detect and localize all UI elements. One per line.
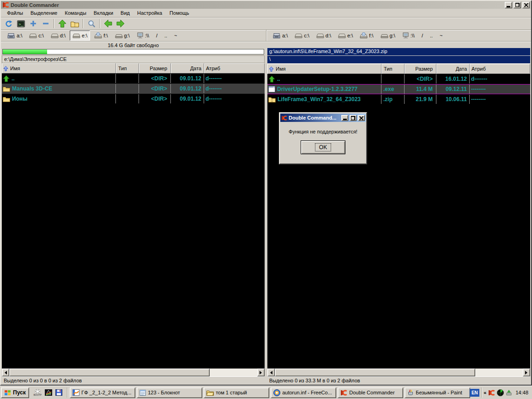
refresh-button[interactable] [2,18,14,29]
scroll-right-button[interactable] [523,369,530,376]
drive-bars: a:\c:\d:\e:\f:\g:\:\\/..~ a:\c:\d:\e:\f:… [1,30,531,42]
column-header-0[interactable]: Имя [267,64,381,74]
right-path-bar[interactable]: \ [267,56,530,63]
task-button-notepad[interactable]: 123 - Блокнот [137,387,202,398]
scroll-thumb[interactable] [275,369,475,376]
task-button-double-commander[interactable]: Double Commander [338,387,403,398]
quick-launch-save[interactable] [55,389,62,396]
removable-drive-icon [115,33,123,39]
column-header-0[interactable]: Имя [2,63,116,73]
drive-button-e[interactable]: e:\ [70,30,90,41]
drive-button-/[interactable]: / [153,30,160,41]
column-header-2[interactable]: Размер [139,63,171,73]
file-row[interactable]: Manuals 3D-CE<DIR>09.01.12d------- [2,84,265,94]
minimize-button[interactable] [505,2,512,8]
drive-button-..[interactable]: .. [162,30,170,41]
drive-button-g[interactable]: g:\ [112,30,133,41]
sort-asc-icon [269,66,274,72]
column-header-1[interactable]: Тип [381,64,405,74]
left-panel: 16.4 G байт свободно e:\Дима\Электрофоре… [2,42,265,385]
menu-item-0[interactable]: Файлы [3,9,27,17]
task-button-paint[interactable]: Безымянный - Paint [405,387,470,398]
scroll-right-button[interactable] [257,369,265,376]
right-status-bar: Выделено 0 из 33.3 M в 0 из 2 файлов [267,376,530,385]
remove-button[interactable] [40,18,52,29]
tray-chevron[interactable]: « [484,390,486,395]
drive-button-c[interactable]: c:\ [26,30,47,41]
dialog-title-bar[interactable]: Double Command... [280,114,366,122]
file-row[interactable]: Ионы<DIR>09.01.12d------- [2,94,265,104]
task-button-freecommander[interactable]: autorun.inf - FreeCo... [271,387,336,398]
column-header-3[interactable]: Дата [171,63,204,73]
menu-item-2[interactable]: Команды [61,9,90,17]
drive-button-[interactable]: :\\ [134,30,152,41]
column-header-3[interactable]: Дата [436,64,470,74]
file-row[interactable]: LifeFrame3_Win7_32_64_Z3023.zip21.9 M10.… [267,94,530,104]
title-bar[interactable]: Double Commander [1,1,531,9]
file-row[interactable]: ..<DIR>09.01.12d------- [2,73,265,84]
menu-item-3[interactable]: Вкладки [90,9,117,17]
left-horizontal-scrollbar[interactable] [2,369,265,376]
dialog-close-button[interactable] [358,115,365,121]
drive-button-a[interactable]: a:\ [270,30,290,41]
dialog-maximize-button[interactable] [350,115,357,121]
drive-button-a[interactable]: a:\ [5,30,25,41]
pack-button[interactable] [69,18,81,29]
drive-button-[interactable]: :\\ [399,30,417,41]
terminal-button[interactable]: >_ [15,18,27,29]
archive-path-bar[interactable]: g:\autorun.inf\S\LifeFrame3_Win7_32_64_Z… [267,48,530,55]
drive-button-~[interactable]: ~ [437,30,445,41]
antivirus-radar-tray-icon[interactable] [497,389,504,396]
drive-button-d[interactable]: d:\ [314,30,334,41]
message-dialog: Double Command... Функция не поддерживае… [279,112,367,164]
column-header-4[interactable]: Атриб [204,63,265,73]
start-button[interactable]: Пуск [1,387,29,398]
quick-launch-bootp[interactable]: BOOTP [34,389,42,396]
forward-button[interactable] [115,18,127,29]
free-space-bar [2,49,264,54]
menu-item-6[interactable]: Помощь [166,9,193,17]
right-horizontal-scrollbar[interactable] [267,369,530,376]
file-row[interactable]: DriverUpdaterSetup-1.2.3.2277.exe11.4 M0… [267,84,530,94]
search-button[interactable] [85,18,97,29]
task-button-gf-doc[interactable]: ГФ _2_1-2_2 Метод... [70,387,135,398]
drive-button-~[interactable]: ~ [171,30,180,41]
back-button[interactable] [102,18,114,29]
scroll-left-button[interactable] [2,369,9,376]
hard-drive-icon [51,33,59,39]
task-button-folder-open[interactable]: том 1 старый [204,387,269,398]
column-header-1[interactable]: Тип [116,63,139,73]
add-button[interactable] [27,18,39,29]
pack-icon [71,20,79,27]
file-row[interactable]: ..<DIR>16.01.12d------- [267,74,530,84]
scroll-left-button[interactable] [267,369,275,376]
left-path-bar[interactable]: e:\Дима\Электрофорез\CE [2,55,265,63]
ok-button[interactable]: OK [301,140,345,154]
menu-item-5[interactable]: Настройка [133,9,166,17]
drive-button-/[interactable]: / [419,30,426,41]
column-header-2[interactable]: Размер [405,64,436,74]
prism-icon [45,389,52,396]
drive-button-d[interactable]: d:\ [48,30,68,41]
column-header-4[interactable]: Атриб [470,64,530,74]
scroll-thumb[interactable] [9,369,210,376]
close-button[interactable] [522,2,530,8]
drive-button-f[interactable]: f:\ [91,30,110,41]
menu-item-4[interactable]: Вид [117,9,133,17]
task-buttons: ГФ _2_1-2_2 Метод...123 - Блокноттом 1 с… [70,387,468,398]
quick-launch-prism[interactable] [45,389,52,396]
clock[interactable]: 14:48 [515,390,528,395]
up-button[interactable] [56,18,68,29]
restore-button[interactable] [514,2,521,8]
menu-item-1[interactable]: Выделение [27,9,61,17]
double-commander-tray-icon[interactable] [488,390,495,396]
language-indicator[interactable]: EN [470,389,479,397]
drive-button-c[interactable]: c:\ [292,30,312,41]
svg-text:>_: >_ [18,22,23,26]
drive-button-f[interactable]: f:\ [357,30,376,41]
drive-button-g[interactable]: g:\ [378,30,398,41]
safely-remove-tray-icon[interactable] [506,389,512,396]
dialog-minimize-button[interactable] [341,115,348,121]
drive-button-..[interactable]: .. [427,30,435,41]
drive-button-e[interactable]: e:\ [335,30,356,41]
